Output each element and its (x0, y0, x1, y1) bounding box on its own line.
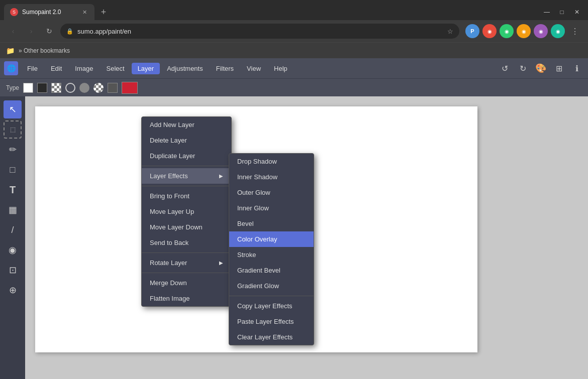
lock-icon: 🔒 (66, 28, 73, 35)
layer-menu-dropdown: Add New Layer Delete Layer Duplicate Lay… (141, 116, 232, 307)
menu-flatten-image[interactable]: Flatten Image (142, 291, 231, 306)
menu-bring-to-front[interactable]: Bring to Front (142, 188, 231, 204)
menu-help[interactable]: Help (268, 63, 293, 74)
refresh-button[interactable]: ↻ (42, 24, 56, 38)
menu-send-to-back[interactable]: Send to Back (142, 235, 231, 250)
divider-2 (142, 186, 231, 186)
submenu-drop-shadow[interactable]: Drop Shadow (229, 154, 314, 169)
menu-image[interactable]: Image (69, 63, 99, 74)
menu-delete-layer[interactable]: Delete Layer (142, 133, 231, 148)
submenu-clear-layer-effects[interactable]: Clear Layer Effects (229, 329, 314, 345)
tool-zoom[interactable]: ⊕ (4, 281, 22, 299)
submenu-arrow-icon: ▶ (219, 173, 223, 179)
redo-button[interactable]: ↻ (516, 61, 530, 75)
extension-icons: P ◉ ◉ ◉ ◉ ◉ ⋮ (465, 24, 582, 38)
back-button[interactable]: ‹ (6, 24, 20, 38)
divider-1 (142, 166, 231, 166)
tool-text[interactable]: T (4, 181, 22, 199)
tool-select[interactable]: ↖ (4, 100, 22, 118)
menu-view[interactable]: View (241, 63, 267, 74)
bookmark-star-icon[interactable]: ☆ (447, 28, 453, 35)
tab-title: Sumopaint 2.0 (22, 9, 76, 16)
rotate-submenu-arrow-icon: ▶ (219, 260, 223, 266)
extension-icon-2[interactable]: ◉ (500, 24, 514, 38)
menu-bar: 🌐 File Edit Image Select Layer Adjustmen… (0, 58, 588, 78)
extension-icon-4[interactable]: ◉ (534, 24, 548, 38)
new-tab-button[interactable]: + (96, 5, 111, 19)
profile-icon[interactable]: P (465, 24, 479, 38)
swatch-dark-sq[interactable] (108, 83, 118, 93)
tab-favicon: S (10, 8, 18, 16)
main-area: ↖ ⬚ ✏ □ T ▦ / ◉ ⊡ ⊕ Add New Layer Delete… (0, 96, 588, 379)
globe-icon: 🌐 (4, 61, 18, 75)
tool-rect[interactable]: □ (4, 161, 22, 179)
menu-move-layer-up[interactable]: Move Layer Up (142, 204, 231, 219)
left-toolbar: ↖ ⬚ ✏ □ T ▦ / ◉ ⊡ ⊕ (0, 96, 25, 379)
submenu-inner-glow[interactable]: Inner Glow (229, 200, 314, 216)
menu-rotate-layer[interactable]: Rotate Layer ▶ (142, 255, 231, 271)
submenu-copy-layer-effects[interactable]: Copy Layer Effects (229, 298, 314, 314)
menu-file[interactable]: File (21, 63, 44, 74)
tool-options-bar: Type (0, 78, 588, 96)
swatch-white[interactable] (23, 83, 33, 93)
swatch-dark[interactable] (37, 83, 47, 93)
bookmarks-bar: 📁 » Other bookmarks (0, 42, 588, 58)
submenu-gradient-glow[interactable]: Gradient Glow (229, 278, 314, 294)
menu-right-icons: ↺ ↻ 🎨 ⊞ ℹ (498, 61, 584, 75)
layers-icon[interactable]: ⊞ (552, 61, 566, 75)
swatch-checker-circle[interactable] (93, 83, 104, 93)
divider-3 (142, 252, 231, 253)
menu-edit[interactable]: Edit (45, 63, 68, 74)
layer-effects-label: Layer Effects (150, 172, 188, 180)
chrome-menu-icon[interactable]: ⋮ (568, 24, 582, 38)
extension-icon-3[interactable]: ◉ (517, 24, 531, 38)
menu-layer[interactable]: Layer (132, 63, 160, 74)
tab-close-btn[interactable]: ✕ (80, 8, 88, 16)
tool-fill[interactable]: ◉ (4, 241, 22, 259)
swatch-red[interactable] (122, 82, 138, 94)
tool-crop[interactable]: ⊡ (4, 261, 22, 279)
bookmarks-folder-icon: 📁 (6, 47, 15, 55)
layer-effects-submenu: Drop Shadow Inner Shadow Outer Glow Inne… (229, 153, 314, 345)
menu-select[interactable]: Select (101, 63, 131, 74)
submenu-inner-shadow[interactable]: Inner Shadow (229, 169, 314, 185)
maximize-button[interactable]: □ (555, 5, 569, 19)
app: 🌐 File Edit Image Select Layer Adjustmen… (0, 58, 588, 379)
minimize-button[interactable]: — (540, 5, 554, 19)
extension-icon-1[interactable]: ◉ (482, 24, 497, 38)
menu-move-layer-down[interactable]: Move Layer Down (142, 219, 231, 235)
info-icon[interactable]: ℹ (570, 61, 584, 75)
swatch-checker[interactable] (51, 83, 61, 93)
submenu-outer-glow[interactable]: Outer Glow (229, 185, 314, 200)
rotate-layer-label: Rotate Layer (150, 259, 187, 267)
menu-adjustments[interactable]: Adjustments (161, 63, 209, 74)
submenu-paste-layer-effects[interactable]: Paste Layer Effects (229, 314, 314, 329)
swatch-circle-filled[interactable] (79, 83, 89, 93)
submenu-bevel[interactable]: Bevel (229, 216, 314, 231)
tool-marquee[interactable]: ⬚ (4, 120, 22, 139)
tool-brush[interactable]: ✏ (4, 141, 22, 159)
extension-icon-5[interactable]: ◉ (551, 24, 565, 38)
divider-4 (142, 273, 231, 273)
color-wheel-icon[interactable]: 🎨 (534, 61, 548, 75)
submenu-divider (229, 296, 314, 296)
menu-add-new-layer[interactable]: Add New Layer (142, 117, 231, 133)
bookmarks-label[interactable]: » Other bookmarks (19, 47, 70, 54)
browser-chrome: S Sumopaint 2.0 ✕ + — □ ✕ ‹ › ↻ 🔒 sumo.a… (0, 0, 588, 58)
menu-layer-effects[interactable]: Layer Effects ▶ (142, 168, 231, 184)
submenu-stroke[interactable]: Stroke (229, 247, 314, 263)
tool-line[interactable]: / (4, 221, 22, 239)
tool-image[interactable]: ▦ (4, 201, 22, 219)
submenu-gradient-bevel[interactable]: Gradient Bevel (229, 263, 314, 278)
undo-button[interactable]: ↺ (498, 61, 512, 75)
menu-duplicate-layer[interactable]: Duplicate Layer (142, 148, 231, 164)
submenu-color-overlay[interactable]: Color Overlay (229, 231, 314, 247)
url-bar[interactable]: 🔒 sumo.app/paint/en ☆ (60, 24, 459, 39)
type-label: Type (6, 84, 19, 91)
menu-filters[interactable]: Filters (210, 63, 240, 74)
swatch-circle-outline[interactable] (65, 83, 75, 93)
browser-tab[interactable]: S Sumopaint 2.0 ✕ (4, 4, 94, 20)
menu-merge-down[interactable]: Merge Down (142, 275, 231, 291)
forward-button[interactable]: › (24, 24, 38, 38)
close-button[interactable]: ✕ (570, 5, 584, 19)
